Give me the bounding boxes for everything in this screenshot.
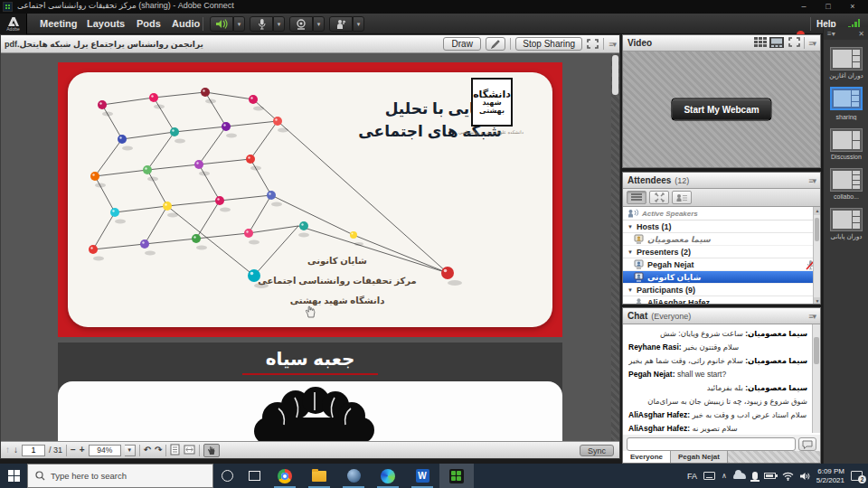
tray-microphone-icon[interactable]	[752, 472, 758, 480]
share-content[interactable]: آشنایی با تحلیل شبکه های اجتماعی دانشگاه…	[1, 53, 619, 441]
microphone-dropdown[interactable]: ▾	[273, 16, 285, 32]
system-tray: FA ∧ 6:09 PM 5/2/2021 2	[687, 467, 868, 485]
layouts-menu-icon[interactable]: ≡▾	[827, 30, 835, 38]
webcam-dropdown[interactable]: ▾	[313, 16, 325, 32]
menu-audio[interactable]: Audio	[168, 14, 203, 34]
attendees-scrollbar[interactable]: ▲▼	[813, 207, 820, 305]
battery-icon[interactable]	[764, 473, 776, 479]
close-button[interactable]: ×	[843, 0, 863, 13]
breakout-view-button[interactable]	[649, 191, 669, 204]
share-vertical-scrollbar[interactable]	[611, 53, 619, 441]
zoom-in-icon[interactable]: +	[80, 445, 85, 455]
rotate-right-icon[interactable]: ↷	[155, 445, 162, 455]
task-view-icon[interactable]	[249, 471, 260, 481]
menu-layouts[interactable]: Layouts	[83, 14, 128, 34]
attendee-row-presenter2-selected[interactable]: شایان کانونی	[623, 271, 820, 284]
hidden-icons-chevron[interactable]: ∧	[722, 472, 727, 480]
layout-label-1: دوران آغازین	[824, 72, 868, 80]
layout-thumb-1[interactable]	[830, 47, 863, 70]
slide-author: شایان کانونی	[238, 251, 437, 271]
language-indicator[interactable]: FA	[687, 472, 697, 481]
stop-sharing-button[interactable]: Stop Sharing	[515, 37, 582, 51]
maximize-button[interactable]: □	[818, 0, 838, 13]
participants-group-header[interactable]: ▼Participants (9)	[623, 284, 820, 296]
video-pod-header: Video ≡▾	[623, 35, 820, 52]
chat-scrollbar[interactable]	[812, 324, 820, 433]
menu-meeting[interactable]: Meeting	[36, 14, 81, 34]
chat-tab-private[interactable]: Pegah Nejat	[671, 451, 728, 463]
minimize-button[interactable]: –	[794, 0, 814, 13]
attendee-list-view-button[interactable]	[627, 191, 646, 204]
sync-button[interactable]: Sync	[580, 445, 614, 456]
hand-tool-button[interactable]	[203, 444, 220, 457]
keyboard-icon[interactable]	[703, 472, 715, 480]
layouts-close-icon[interactable]: ✕	[858, 30, 864, 38]
video-fullscreen-icon[interactable]	[788, 37, 800, 49]
video-pod-title: Video	[627, 38, 652, 48]
participant-icon	[634, 297, 644, 305]
status-button[interactable]	[329, 16, 353, 32]
chat-message: AliAsghar Hafez: سلام استاد عرض ادب و وق…	[628, 408, 807, 422]
layout-thumb-collaboration[interactable]	[830, 168, 863, 192]
presenter2-name: شایان کانونی	[647, 273, 701, 282]
attendee-row-host[interactable]: سیما معصومیان	[623, 233, 820, 246]
attendees-count: (12)	[675, 176, 689, 185]
taskbar-adobe-connect-icon[interactable]	[439, 464, 474, 488]
start-webcam-button[interactable]: Start My Webcam	[671, 99, 771, 121]
speaker-dropdown[interactable]: ▾	[233, 16, 245, 32]
video-pod-menu-icon[interactable]: ≡▾	[808, 39, 816, 48]
webcam-button[interactable]	[289, 16, 313, 32]
attendees-menu-icon[interactable]: ≡▾	[808, 176, 816, 185]
layout-thumb-sharing[interactable]	[830, 87, 863, 110]
slide2-body	[58, 381, 562, 441]
fit-width-icon[interactable]	[184, 444, 195, 457]
slide-org: مرکز تحقیقات روانشناسی اجتماعی	[238, 271, 437, 291]
taskbar-app-icon[interactable]	[336, 464, 371, 488]
rotate-left-icon[interactable]: ↶	[144, 445, 151, 455]
volume-icon[interactable]	[800, 472, 810, 481]
presenters-group-header[interactable]: ▼Presenters (2)	[623, 246, 820, 258]
microphone-button[interactable]	[250, 16, 273, 32]
layouts-sidebar: ≡▾ ✕ دوران آغازین sharing Discussion col…	[823, 27, 868, 464]
taskbar-edge-icon[interactable]	[371, 464, 405, 488]
zoom-dropdown[interactable]: ▼	[125, 445, 136, 456]
pointer-pen-button[interactable]	[486, 37, 505, 51]
layout-thumb-discussion[interactable]	[830, 128, 863, 152]
chat-menu-icon[interactable]: ≡▾	[808, 312, 816, 321]
chat-input[interactable]	[627, 437, 796, 451]
layout-thumb-5[interactable]	[830, 208, 863, 231]
grid-view-icon[interactable]	[754, 37, 767, 49]
taskbar-search[interactable]: Type here to search	[27, 464, 213, 488]
notification-center-icon[interactable]: 2	[851, 471, 863, 481]
taskbar-chrome-icon[interactable]	[268, 464, 302, 488]
hosts-group-header[interactable]: ▼Hosts (1)	[623, 221, 820, 233]
pod-menu-icon[interactable]: ≡▾	[609, 40, 616, 49]
onedrive-icon[interactable]	[733, 473, 746, 479]
taskbar-clock[interactable]: 6:09 PM 5/2/2021	[816, 467, 844, 485]
attendee-status-view-button[interactable]	[672, 191, 692, 204]
chat-tab-everyone[interactable]: Everyone	[623, 451, 671, 463]
start-button[interactable]	[0, 464, 27, 488]
page-down-icon[interactable]: ↓	[14, 445, 18, 455]
taskbar-explorer-icon[interactable]	[302, 464, 336, 488]
video-pod: Video ≡▾ Start My Webcam	[622, 34, 821, 168]
wifi-icon[interactable]	[782, 472, 794, 481]
fullscreen-icon[interactable]	[587, 36, 599, 52]
slide-author-block: شایان کانونی مرکز تحقیقات روانشناسی اجتم…	[238, 251, 437, 311]
send-message-button[interactable]	[798, 437, 816, 451]
menu-pods[interactable]: Pods	[133, 14, 165, 34]
attendees-title: Attendees	[627, 175, 671, 185]
filmstrip-view-icon[interactable]	[769, 37, 784, 50]
cortana-icon[interactable]	[222, 470, 233, 482]
taskbar-word-icon[interactable]: W	[405, 464, 439, 488]
chat-header: Chat (Everyone) ≡▾	[623, 308, 820, 324]
page-number-input[interactable]	[22, 445, 45, 456]
attendee-row-presenter1[interactable]: Pegah Nejat	[623, 258, 820, 271]
fit-page-icon[interactable]	[170, 444, 180, 457]
draw-button[interactable]: Draw	[443, 37, 481, 51]
status-dropdown[interactable]: ▾	[353, 16, 364, 32]
attendee-row-participant1[interactable]: AliAsghar Hafez	[623, 296, 820, 305]
zoom-out-icon[interactable]: −	[71, 445, 76, 455]
page-up-icon[interactable]: ↑	[5, 445, 10, 455]
speaker-button[interactable]	[210, 16, 233, 32]
